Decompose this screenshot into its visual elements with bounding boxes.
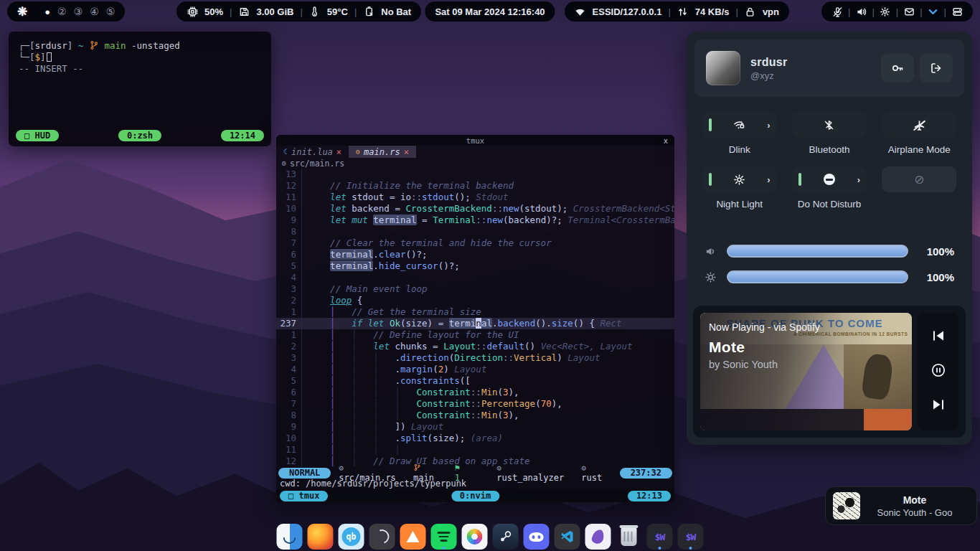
- mail-icon[interactable]: [903, 6, 915, 17]
- tab-close-icon[interactable]: ×: [336, 147, 341, 157]
- toggle-night-light[interactable]: ›: [702, 166, 777, 192]
- code-line[interactable]: 1 │ // Get the terminal size: [276, 306, 674, 318]
- vpn-label[interactable]: vpn: [763, 6, 779, 17]
- code-line[interactable]: 3 │ │ │ .direction(Direction::Vertical) …: [276, 352, 674, 364]
- workspace-2[interactable]: ②: [57, 6, 67, 17]
- quick-toggles: › Dlink Bluetooth Airplane Mode: [694, 112, 964, 221]
- volume-slider[interactable]: [727, 245, 908, 258]
- terminal-git-status: -unstaged: [131, 40, 180, 51]
- speaker-icon[interactable]: [855, 6, 867, 17]
- code-line[interactable]: 10 let backend = CrosstermBackend::new(s…: [276, 203, 674, 215]
- distro-logo-icon[interactable]: ❋: [17, 6, 27, 18]
- code-line[interactable]: 7 │ │ │ │ Constraint::Percentage(70),: [276, 398, 674, 410]
- code-line[interactable]: 9 │ │ │ ]) Layout: [276, 421, 674, 433]
- dock-icon-firefox[interactable]: [308, 524, 334, 550]
- dock-icon-sw-app-2[interactable]: $W: [678, 524, 704, 550]
- tmux-session-pill[interactable]: □ HUD: [16, 130, 59, 141]
- logout-icon: [930, 62, 943, 75]
- tab-init-lua[interactable]: ☾ init.lua ×: [276, 146, 349, 158]
- chevron-right-icon[interactable]: ›: [767, 120, 770, 131]
- mic-muted-icon[interactable]: [831, 6, 843, 17]
- code-line[interactable]: 2 loop {: [276, 295, 674, 306]
- network-group: ESSID/127.0.0.1 | 74 KB/s | vpn: [565, 1, 789, 22]
- previous-track-button[interactable]: [930, 328, 946, 347]
- dock-icon-file-manager[interactable]: [277, 524, 303, 550]
- dock-icon-plume[interactable]: [585, 524, 611, 550]
- code-line[interactable]: 3 // Main event loop: [276, 283, 674, 295]
- rust-file-icon: ⚙: [282, 159, 286, 167]
- editor-window-title: tmux: [466, 136, 484, 145]
- workspace-3[interactable]: ③: [74, 6, 83, 17]
- toggle-wifi-dlink[interactable]: ›: [702, 112, 777, 138]
- wifi-essid[interactable]: ESSID/127.0.0.1: [593, 6, 662, 17]
- workspace-indicators[interactable]: ●②③④⑤: [44, 6, 115, 17]
- code-line[interactable]: 6 terminal.clear()?;: [276, 249, 674, 260]
- code-line[interactable]: 5 │ │ │ .constraints([: [276, 375, 674, 387]
- tab-main-rs[interactable]: ⚙ main.rs ×: [349, 146, 416, 158]
- dock-icon-vlc[interactable]: [400, 524, 426, 550]
- code-line-current[interactable]: 237 │ if let Ok(size) = terminal.backend…: [276, 318, 674, 329]
- code-line[interactable]: 8 │ │ │ │ Constraint::Min(3),: [276, 410, 674, 421]
- tmux-window-pill[interactable]: 0:nvim: [451, 491, 499, 501]
- chevron-down-icon[interactable]: [928, 6, 939, 17]
- lock-keys-button[interactable]: [881, 54, 914, 83]
- toggle-bluetooth[interactable]: [792, 112, 867, 138]
- notification-body: Sonic Youth - Goo: [860, 507, 969, 518]
- pause-button[interactable]: [930, 362, 946, 381]
- dock-icon-photos[interactable]: [462, 524, 488, 550]
- workspace-5[interactable]: ⑤: [106, 6, 116, 17]
- code-line[interactable]: 5 terminal.hide_cursor()?;: [276, 260, 674, 272]
- chevron-right-icon[interactable]: ›: [857, 174, 860, 185]
- code-line[interactable]: 11 │ │ │ │: [276, 444, 674, 456]
- code-line[interactable]: 9 let mut terminal = Terminal::new(backe…: [276, 215, 674, 226]
- code-line[interactable]: 12 │ │ // Draw UI based on app state: [276, 456, 674, 467]
- tab-close-icon[interactable]: ×: [404, 147, 409, 157]
- code-line[interactable]: 11 let stdout = io::stdout(); Stdout: [276, 192, 674, 203]
- logout-button[interactable]: [920, 54, 953, 83]
- toggle-airplane-mode[interactable]: [882, 112, 956, 138]
- next-track-button[interactable]: [930, 397, 946, 415]
- code-line[interactable]: 6 │ │ │ │ Constraint::Min(3),: [276, 387, 674, 398]
- window-close-button[interactable]: x: [664, 136, 668, 145]
- volume-value: 100%: [918, 245, 954, 258]
- code-buffer[interactable]: 1312 // Initialize the terminal backend1…: [276, 169, 674, 467]
- dock-icon-steam[interactable]: [493, 524, 519, 550]
- dock-icon-discord[interactable]: [524, 524, 550, 550]
- dock-icon-spotify[interactable]: [431, 524, 457, 550]
- editor-window[interactable]: tmux x ☾ init.lua × ⚙ main.rs × ⚙ src/ma…: [276, 135, 674, 502]
- code-line[interactable]: 12 // Initialize the terminal backend: [276, 180, 674, 192]
- slash-circle-icon: ⊘: [914, 172, 924, 187]
- dock-icon-obs[interactable]: [369, 524, 395, 550]
- workspace-1[interactable]: ●: [44, 6, 50, 17]
- settings-gear-icon[interactable]: [880, 6, 891, 17]
- toggle-disabled-slot[interactable]: ⊘: [882, 166, 956, 192]
- media-notification[interactable]: Mote Sonic Youth - Goo: [825, 486, 977, 525]
- code-line[interactable]: 4 │ │ │ .margin(2) Layout: [276, 364, 674, 375]
- dock-icon-sw-app-1[interactable]: $W: [647, 524, 673, 550]
- code-line[interactable]: 8: [276, 226, 674, 237]
- terminal-cursor: [47, 52, 52, 62]
- terminal-user: srdusr: [35, 40, 67, 51]
- code-line[interactable]: 4: [276, 272, 674, 283]
- workspace-4[interactable]: ④: [90, 6, 99, 17]
- rust-file-icon: ⚙: [356, 148, 360, 156]
- code-line[interactable]: 13: [276, 169, 674, 180]
- toggle-do-not-disturb[interactable]: ›: [792, 166, 867, 192]
- dock-icon-vscode[interactable]: [555, 524, 580, 550]
- dock-icon-qbittorrent[interactable]: qb: [339, 524, 364, 550]
- sun-icon: [733, 174, 745, 186]
- terminal-window[interactable]: ┌─[srdusr] ~ main -unstaged └─[$] -- INS…: [9, 32, 271, 146]
- tmux-window-pill[interactable]: 0:zsh: [118, 130, 161, 141]
- clock-group[interactable]: Sat 09 Mar 2024 12:16:40: [425, 1, 555, 22]
- code-line[interactable]: 10 │ │ │ .split(size); (area): [276, 433, 674, 444]
- code-line[interactable]: 1 │ │ // Define layout for the UI: [276, 329, 674, 341]
- brightness-slider[interactable]: [727, 270, 908, 283]
- chevron-right-icon[interactable]: ›: [767, 174, 770, 185]
- tmux-session-pill[interactable]: □ tmux: [280, 491, 328, 501]
- tray-toggle-icon[interactable]: [951, 6, 963, 17]
- dock-icon-trash[interactable]: [616, 524, 642, 550]
- user-name: srdusr: [750, 56, 788, 69]
- code-line[interactable]: 7 // Clear the terminal and hide the cur…: [276, 237, 674, 249]
- code-line[interactable]: 2 │ │ let chunks = Layout::default() Vec…: [276, 341, 674, 352]
- album-art[interactable]: SHAPE OF PUNK TO COME A CHIMERICAL BOMBI…: [700, 313, 912, 430]
